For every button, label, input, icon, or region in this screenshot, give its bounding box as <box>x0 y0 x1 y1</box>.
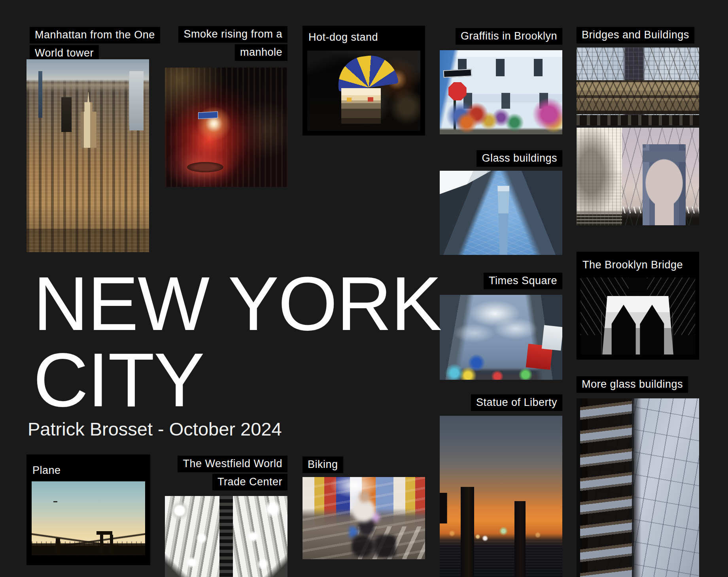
card-hotdog-stand[interactable]: Hot-dog stand <box>303 26 425 136</box>
page-subtitle: Patrick Brosset - October 2024 <box>28 418 282 440</box>
photo-times-square[interactable] <box>440 295 562 380</box>
page-title: NEW YORK CITY <box>33 266 441 418</box>
caption-more-glass: More glass buildings <box>577 376 688 393</box>
caption-times-square: Times Square <box>484 273 562 289</box>
card-plane[interactable]: Plane <box>26 454 150 565</box>
caption-westfield-line1: The Westfield World <box>178 456 287 472</box>
caption-graffiti: Graffitis in Brooklyn <box>456 28 562 45</box>
caption-statue: Statue of Liberty <box>471 394 562 411</box>
photo-biking[interactable] <box>303 477 425 559</box>
photo-more-glass-buildings[interactable] <box>577 398 699 577</box>
caption-westfield-line2: Trade Center <box>212 474 287 490</box>
photo-statue-of-liberty[interactable] <box>440 416 562 577</box>
page-title-line2: CITY <box>33 342 441 418</box>
caption-biking: Biking <box>303 456 343 473</box>
photo-smoke-manhole[interactable] <box>165 68 287 187</box>
caption-smoke-line1: Smoke rising from a <box>178 26 287 43</box>
photo-bridge-deck[interactable] <box>577 47 699 125</box>
caption-glass-buildings: Glass buildings <box>477 150 562 167</box>
photo-graffitis-brooklyn[interactable] <box>440 50 562 134</box>
card-brooklyn-bridge[interactable]: The Brooklyn Bridge <box>577 252 699 360</box>
photo-westfield-oculus[interactable] <box>165 496 287 577</box>
caption-manhattan-line1: Manhattan from the One <box>30 27 160 43</box>
photo-hotdog-stand[interactable] <box>307 51 420 131</box>
caption-smoke-line2: manhole <box>235 44 287 61</box>
photo-plane-bridge-sunset[interactable] <box>32 481 145 555</box>
caption-brooklyn-bridge: The Brooklyn Bridge <box>582 259 683 271</box>
photo-story-page: Manhattan from the One World tower Smoke… <box>0 0 728 577</box>
page-title-line1: NEW YORK <box>33 266 441 342</box>
photo-manhattan-skyline[interactable] <box>26 59 149 252</box>
caption-plane: Plane <box>32 464 61 476</box>
caption-hotdog: Hot-dog stand <box>308 31 378 43</box>
caption-bridges: Bridges and Buildings <box>577 27 694 43</box>
photo-manhattan-bridge-tower[interactable] <box>577 128 699 225</box>
photo-glass-buildings[interactable] <box>440 171 562 255</box>
photo-brooklyn-bridge[interactable] <box>581 277 695 354</box>
